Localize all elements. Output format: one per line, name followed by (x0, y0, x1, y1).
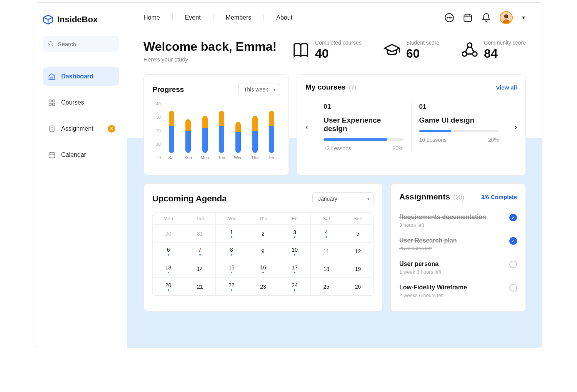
bell-icon[interactable] (481, 13, 491, 23)
cal-day[interactable]: 14 (184, 260, 216, 278)
cal-day[interactable]: 18 (311, 260, 342, 278)
cal-day[interactable]: 24 (279, 278, 311, 296)
y-tick: 0 (152, 155, 161, 160)
cal-day[interactable]: 6 (153, 243, 184, 260)
top-actions: ▼ (444, 11, 526, 24)
course-percent: 20% (488, 137, 499, 143)
cal-day[interactable]: 22 (216, 278, 247, 296)
y-tick: 10 (152, 142, 161, 146)
course-item[interactable]: 01User Experience design12 Lessons80% (316, 103, 411, 151)
cal-day[interactable]: 31 (184, 225, 216, 243)
topbar: HomeEventMembersAbout ▼ (127, 3, 542, 28)
search-icon (48, 40, 54, 47)
cal-day[interactable]: 4 (311, 225, 342, 243)
cal-day[interactable]: 2 (247, 225, 279, 243)
cal-day[interactable]: 30 (153, 225, 184, 243)
chat-icon[interactable] (444, 13, 454, 23)
assignment-item[interactable]: User persona1 week 3 hours left (399, 256, 517, 279)
cal-day[interactable]: 23 (247, 278, 279, 296)
main: HomeEventMembersAbout ▼ Welcome back, Em… (127, 3, 542, 348)
chevron-down-icon[interactable]: ▼ (521, 15, 526, 20)
cal-day[interactable]: 10 (279, 243, 311, 260)
check-icon[interactable]: ✓ (509, 214, 517, 221)
cal-day[interactable]: 13 (153, 260, 184, 278)
book-icon (292, 42, 310, 59)
course-lessons: 10 Lessons (419, 137, 447, 143)
cal-day[interactable]: 7 (184, 243, 216, 260)
topnav-event[interactable]: Event (185, 14, 201, 21)
svg-point-0 (49, 42, 52, 45)
agenda-card: Upcoming Agenda January MonTueWedThuFriS… (143, 183, 383, 312)
chevron-left-icon[interactable]: ‹ (305, 122, 308, 132)
progress-range-select[interactable]: This week (238, 83, 280, 96)
search-box[interactable] (43, 36, 119, 52)
assignments-complete: 3/6 Complete (481, 194, 517, 200)
x-tick: Mon (201, 155, 209, 160)
svg-point-26 (462, 51, 467, 56)
y-tick: 20 (152, 128, 161, 133)
svg-rect-3 (53, 100, 55, 102)
circle-icon[interactable] (509, 284, 517, 292)
calendar-icon (48, 151, 56, 159)
logo-icon (43, 14, 53, 25)
y-tick: 40 (152, 101, 161, 106)
chevron-right-icon[interactable]: › (514, 122, 517, 132)
assignment-item[interactable]: User Research plan25 minutes left✓ (399, 233, 517, 256)
assignment-item[interactable]: Requirements documentation3 hours left✓ (399, 209, 517, 233)
cal-day[interactable]: 11 (311, 243, 342, 260)
cal-day-head: Tue (184, 213, 216, 225)
assignments-count: (20) (453, 194, 464, 201)
svg-rect-2 (49, 100, 52, 102)
calendar-icon[interactable] (463, 13, 473, 23)
view-all-link[interactable]: View all (496, 84, 517, 91)
cal-day-head: Mon (153, 213, 184, 225)
assignment-meta: 1 week 3 hours left (399, 269, 509, 275)
cal-day-head: Thu (247, 213, 279, 225)
bar: Fri (264, 111, 279, 160)
stat: Community score84 (461, 40, 526, 61)
cal-day[interactable]: 8 (216, 243, 247, 260)
avatar[interactable] (500, 11, 513, 24)
cal-day[interactable]: 1 (216, 225, 247, 243)
cal-day[interactable]: 26 (342, 278, 374, 296)
cal-day[interactable]: 19 (342, 260, 374, 278)
stat: Student score60 (383, 40, 439, 61)
sidebar-item-assignment[interactable]: Assignment3 (43, 120, 119, 138)
stat-label: Completed courses (315, 40, 362, 46)
topnav-home[interactable]: Home (143, 14, 160, 21)
sidebar-item-dashboard[interactable]: Dashboard (43, 67, 119, 86)
assignments-title: Assignments (399, 192, 450, 201)
cal-day[interactable]: 21 (184, 278, 216, 296)
bar: Tue (214, 111, 229, 160)
month-select[interactable]: January (312, 192, 374, 205)
search-input[interactable] (58, 41, 114, 47)
stat-label: Student score (406, 40, 439, 46)
topnav-members[interactable]: Members (226, 14, 252, 21)
svg-line-29 (471, 47, 474, 52)
home-icon (48, 73, 56, 80)
cal-day-head: Sat (311, 213, 342, 225)
x-tick: Thu (251, 155, 258, 160)
cal-day[interactable]: 20 (153, 278, 184, 296)
cap-icon (383, 42, 401, 59)
circle-icon[interactable] (509, 261, 517, 268)
cal-day[interactable]: 5 (342, 225, 374, 243)
sidebar-item-calendar[interactable]: Calendar (43, 146, 119, 164)
sidebar-item-courses[interactable]: Courses (43, 93, 119, 112)
cal-day[interactable]: 17 (279, 260, 311, 278)
assignment-title: User Research plan (399, 237, 509, 244)
bar: Sat (164, 111, 179, 160)
logo[interactable]: InsideBox (43, 14, 119, 25)
topnav-about[interactable]: About (276, 14, 292, 21)
cal-day[interactable]: 16 (247, 260, 279, 278)
check-icon[interactable]: ✓ (509, 237, 517, 245)
cal-day[interactable]: 9 (247, 243, 279, 260)
assignment-item[interactable]: Low-Fidelity Wireframe2 weeks 6 hours le… (399, 279, 517, 303)
progress-bar (324, 138, 403, 141)
courses-count: (7) (349, 84, 357, 91)
cal-day[interactable]: 12 (342, 243, 374, 260)
course-item[interactable]: 01Game UI design10 Lessons20% (412, 103, 507, 151)
cal-day[interactable]: 15 (216, 260, 247, 278)
cal-day[interactable]: 3 (279, 225, 311, 243)
cal-day[interactable]: 25 (311, 278, 342, 296)
